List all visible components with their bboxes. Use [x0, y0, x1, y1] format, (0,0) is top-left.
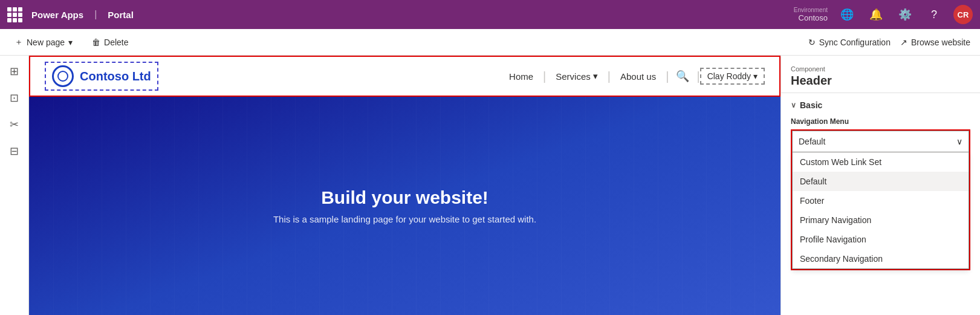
logo-inner-circle — [57, 71, 68, 82]
dropdown-option[interactable]: Custom Web Link Set — [793, 152, 969, 172]
dropdown-option[interactable]: Default — [793, 172, 969, 191]
nav-profile-label: Clay Roddy — [707, 71, 751, 81]
nav-profile[interactable]: Clay Roddy ▾ — [700, 68, 765, 85]
dropdown-option[interactable]: Footer — [793, 191, 969, 210]
app-title: Power Apps — [31, 10, 83, 20]
external-link-icon: ↗ — [900, 37, 907, 47]
dropdown-option[interactable]: Profile Navigation — [793, 230, 969, 249]
logo-area[interactable]: Contoso Ltd — [45, 62, 158, 91]
navigation-menu-dropdown[interactable]: Default ∨ Custom Web Link SetDefaultFoot… — [791, 129, 970, 270]
logo-circle-icon — [52, 65, 74, 87]
globe-icon[interactable]: 🌐 — [837, 5, 857, 24]
bell-icon[interactable]: 🔔 — [866, 5, 886, 24]
nav-home[interactable]: Home — [499, 67, 543, 86]
env-info: Environment Contoso — [794, 7, 828, 22]
component-name: Header — [791, 74, 970, 88]
sync-icon: ↻ — [808, 37, 816, 47]
hero-section: Build your website! This is a sample lan… — [29, 97, 780, 315]
hero-content: Build your website! This is a sample lan… — [273, 187, 536, 224]
website-preview: Contoso Ltd Home | Services ▾ | About us… — [29, 56, 780, 315]
section-chevron-icon: ∨ — [791, 101, 796, 109]
search-icon[interactable]: 🔍 — [669, 65, 696, 88]
env-name: Contoso — [799, 13, 828, 22]
delete-button[interactable]: 🗑 Delete — [87, 35, 133, 50]
pages-icon[interactable]: ⊞ — [4, 60, 25, 82]
dropdown-options-list: Custom Web Link SetDefaultFooterPrimary … — [792, 152, 969, 269]
browse-website-label: Browse website — [911, 37, 970, 47]
services-chevron-icon: ▾ — [593, 71, 598, 82]
dropdown-option[interactable]: Primary Navigation — [793, 210, 969, 230]
section-header-basic: ∨ Basic — [791, 100, 970, 110]
dropdown-selected-value[interactable]: Default ∨ — [792, 131, 969, 152]
top-bar-right: Environment Contoso 🌐 🔔 ⚙️ ? CR — [794, 5, 973, 24]
hero-title: Build your website! — [273, 187, 536, 208]
toolbar-left: ＋ New page ▾ 🗑 Delete — [10, 34, 134, 50]
section-basic-label: Basic — [800, 100, 822, 110]
basic-section: ∨ Basic Navigation Menu Default ∨ Custom… — [781, 93, 980, 278]
toolbar-right: ↻ Sync Configuration ↗ Browse website — [808, 37, 970, 47]
top-bar: Power Apps | Portal Environment Contoso … — [0, 0, 980, 29]
left-sidebar: ⊞ ⊡ ✂ ⊟ — [0, 56, 29, 315]
sync-config-button[interactable]: ↻ Sync Configuration — [808, 37, 891, 47]
new-page-label: New page — [27, 37, 65, 47]
settings-icon[interactable]: ⚙️ — [895, 5, 915, 24]
sync-config-label: Sync Configuration — [819, 37, 891, 47]
grid-icon[interactable]: ⊟ — [4, 140, 25, 162]
canvas-area: Contoso Ltd Home | Services ▾ | About us… — [29, 56, 780, 315]
new-page-chevron: ▾ — [68, 37, 73, 47]
help-icon[interactable]: ? — [924, 5, 944, 24]
new-page-button[interactable]: ＋ New page ▾ — [10, 34, 77, 50]
top-bar-left: Power Apps | Portal — [7, 7, 794, 22]
main-layout: ⊞ ⊡ ✂ ⊟ Contoso Ltd Home | Services — [0, 56, 980, 315]
right-panel-header: Component Header — [781, 56, 980, 93]
components-icon[interactable]: ⊡ — [4, 87, 25, 109]
site-header: Contoso Ltd Home | Services ▾ | About us… — [29, 56, 780, 97]
hero-subtitle: This is a sample landing page for your w… — [273, 214, 536, 224]
nav-services[interactable]: Services ▾ — [546, 66, 608, 86]
toolbar: ＋ New page ▾ 🗑 Delete ↻ Sync Configurati… — [0, 29, 980, 56]
nav-services-label: Services — [556, 71, 591, 82]
dropdown-chevron-icon: ∨ — [956, 137, 962, 146]
app-separator: | — [94, 9, 97, 20]
plus-icon: ＋ — [15, 37, 23, 48]
delete-icon: 🗑 — [92, 37, 100, 47]
logo-text: Contoso Ltd — [80, 70, 151, 83]
app-section: Portal — [108, 10, 134, 20]
profile-chevron-icon: ▾ — [753, 71, 758, 81]
site-nav: Home | Services ▾ | About us | 🔍 | Clay … — [499, 65, 765, 88]
waffle-icon[interactable] — [7, 7, 22, 22]
selected-option-label: Default — [799, 137, 825, 146]
user-avatar[interactable]: CR — [953, 5, 973, 24]
dropdown-option[interactable]: Secondary Navigation — [793, 249, 969, 268]
delete-label: Delete — [104, 37, 128, 47]
right-panel: Component Header ∨ Basic Navigation Menu… — [780, 56, 980, 315]
nav-about[interactable]: About us — [611, 67, 666, 86]
nav-menu-field-label: Navigation Menu — [791, 117, 970, 126]
browse-website-button[interactable]: ↗ Browse website — [900, 37, 970, 47]
scissors-icon[interactable]: ✂ — [4, 114, 25, 135]
component-label: Component — [791, 65, 970, 73]
env-label: Environment — [794, 7, 828, 13]
